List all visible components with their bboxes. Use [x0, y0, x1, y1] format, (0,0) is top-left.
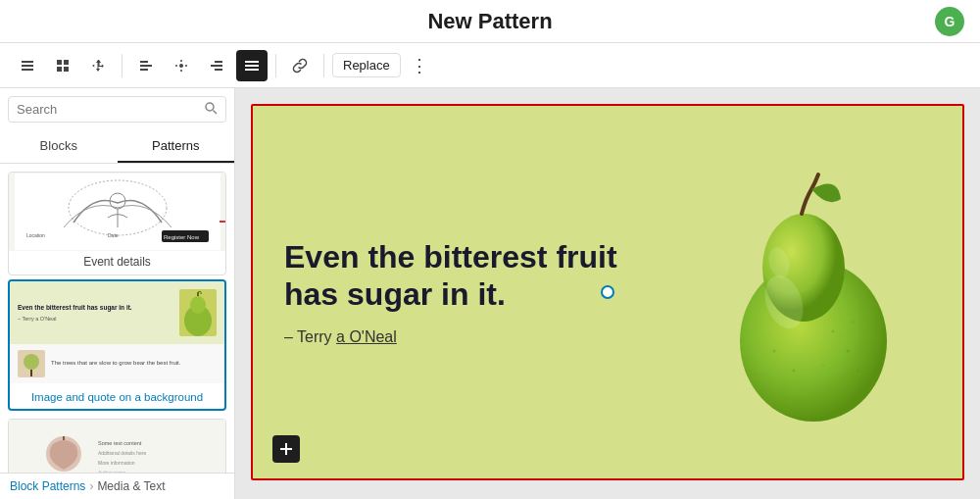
- svg-text:More information: More information: [98, 460, 135, 466]
- quote-pear-card[interactable]: Even the bitterest fruit has sugar in it…: [8, 279, 226, 411]
- separator-2: [275, 54, 276, 77]
- svg-rect-9: [140, 69, 148, 71]
- canvas-text-area: Even the bitterest fruit has sugar in it…: [284, 238, 676, 347]
- toolbar: Replace ⋮: [0, 43, 980, 88]
- page-title: New Pattern: [427, 9, 552, 34]
- svg-point-48: [857, 370, 858, 372]
- list-view-button[interactable]: [12, 50, 43, 81]
- quote-preview-pear: [179, 289, 217, 336]
- replace-button[interactable]: Replace: [332, 53, 401, 77]
- canvas-quote: Even the bitterest fruit has sugar in it…: [284, 238, 617, 314]
- align-full-button[interactable]: [236, 50, 268, 81]
- svg-rect-1: [22, 65, 33, 67]
- tab-patterns[interactable]: Patterns: [118, 130, 235, 163]
- quote-card-label: Image and quote on a background: [10, 383, 224, 409]
- quote-preview-text-area: Even the bitterest fruit has sugar in it…: [18, 304, 173, 321]
- event-details-label: Event details: [9, 251, 225, 274]
- tree-text: The trees that are slow to grow bear the…: [51, 360, 217, 368]
- svg-point-29: [190, 296, 206, 314]
- search-box[interactable]: [8, 96, 226, 123]
- svg-rect-3: [57, 60, 62, 65]
- align-right-button[interactable]: [201, 50, 232, 81]
- svg-rect-5: [57, 67, 62, 72]
- svg-text:Location: Location: [26, 232, 45, 238]
- svg-point-17: [206, 103, 214, 111]
- svg-rect-2: [22, 69, 33, 71]
- add-block-button[interactable]: [272, 435, 300, 463]
- pear-svg: [696, 155, 911, 429]
- svg-point-49: [773, 350, 776, 353]
- svg-text:Date: Date: [108, 232, 119, 238]
- svg-point-31: [24, 354, 39, 370]
- more-options-button[interactable]: ⋮: [405, 51, 434, 80]
- canvas[interactable]: Even the bitterest fruit has sugar in it…: [251, 104, 964, 480]
- main-area: Blocks Patterns Location Date: [0, 88, 980, 499]
- quote-preview-author: – Terry a O'Neal: [18, 316, 173, 322]
- align-left-button[interactable]: [130, 50, 162, 81]
- svg-point-46: [852, 321, 854, 323]
- svg-rect-0: [22, 61, 33, 63]
- align-center-button[interactable]: [166, 50, 197, 81]
- search-input[interactable]: [17, 102, 198, 117]
- svg-rect-11: [215, 61, 222, 63]
- quote-preview: Even the bitterest fruit has sugar in it…: [10, 281, 224, 344]
- svg-text:Some text content: Some text content: [98, 440, 142, 446]
- grid-view-button[interactable]: [47, 50, 78, 81]
- header: New Pattern G: [0, 0, 980, 43]
- svg-text:Register Now: Register Now: [164, 234, 200, 240]
- svg-text:Additional details here: Additional details here: [98, 450, 146, 456]
- svg-point-44: [847, 350, 850, 353]
- event-details-card[interactable]: Location Date Register Now Event details: [8, 172, 226, 275]
- breadcrumb-block-patterns[interactable]: Block Patterns: [10, 479, 85, 493]
- event-details-image: Location Date Register Now: [9, 173, 225, 251]
- attribution-link[interactable]: a O'Neal: [336, 328, 397, 345]
- sidebar: Blocks Patterns Location Date: [0, 88, 235, 499]
- svg-point-10: [179, 64, 183, 68]
- svg-point-45: [822, 365, 824, 367]
- svg-rect-6: [64, 67, 69, 72]
- separator-3: [323, 54, 324, 77]
- move-button[interactable]: [82, 50, 114, 81]
- search-icon: [204, 101, 218, 118]
- svg-line-18: [214, 111, 218, 115]
- svg-point-47: [793, 370, 796, 373]
- tree-image: [18, 350, 45, 377]
- separator-1: [122, 54, 122, 77]
- breadcrumb-media-text: Media & Text: [97, 479, 165, 493]
- canvas-attribution: – Terry a O'Neal: [284, 328, 676, 346]
- tree-preview: The trees that are slow to grow bear the…: [10, 344, 224, 383]
- svg-rect-16: [245, 69, 259, 71]
- resize-handle[interactable]: [601, 285, 614, 299]
- svg-rect-8: [140, 65, 152, 67]
- svg-point-43: [832, 330, 835, 333]
- breadcrumb: Block Patterns › Media & Text: [0, 473, 234, 499]
- avatar[interactable]: G: [935, 7, 964, 36]
- svg-rect-4: [64, 60, 69, 65]
- small-card-image: Some text content Additional details her…: [9, 420, 225, 473]
- svg-rect-13: [215, 69, 222, 71]
- link-button[interactable]: [284, 50, 316, 81]
- svg-rect-15: [245, 65, 259, 67]
- image-quote-link[interactable]: Image and quote on a background: [31, 391, 203, 403]
- tab-blocks[interactable]: Blocks: [0, 130, 118, 163]
- small-card[interactable]: Some text content Additional details her…: [8, 419, 226, 473]
- editor-area: Even the bitterest fruit has sugar in it…: [235, 88, 980, 499]
- quote-preview-quote: Even the bitterest fruit has sugar in it…: [18, 304, 173, 312]
- arrow-indicator: [220, 212, 226, 235]
- breadcrumb-separator: ›: [89, 479, 93, 493]
- sidebar-tabs: Blocks Patterns: [0, 130, 234, 164]
- canvas-pear-image: [676, 145, 931, 439]
- svg-rect-7: [140, 61, 148, 63]
- svg-rect-14: [245, 61, 259, 63]
- svg-rect-12: [211, 65, 222, 67]
- search-container: [0, 88, 234, 130]
- sidebar-content: Location Date Register Now Event details: [0, 164, 234, 473]
